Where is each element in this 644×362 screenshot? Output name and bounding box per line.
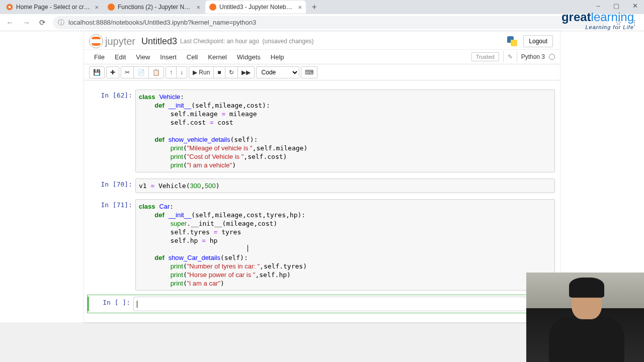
code-cell[interactable]: In [71]: class Car: def __init__(self,mi… <box>87 197 557 293</box>
checkpoint-text: Last Checkpoint: an hour ago (unsaved ch… <box>180 38 314 45</box>
kernel-name[interactable]: Python 3 <box>521 53 545 60</box>
menu-edit[interactable]: Edit <box>110 50 131 64</box>
watermark-logo: greatlearning Learning for Life <box>561 10 634 30</box>
menu-widgets[interactable]: Widgets <box>232 50 266 64</box>
tab-close-icon[interactable]: × <box>95 4 99 11</box>
watermark-word1: great <box>561 10 591 24</box>
close-window-button[interactable]: ✕ <box>629 1 641 11</box>
copy-button[interactable]: 📄 <box>133 66 149 78</box>
url-text: localhost:8888/notebooks/Untitled3.ipynb… <box>68 19 256 26</box>
kernel-indicator-icon[interactable] <box>549 54 555 60</box>
code-cell[interactable]: In [70]: v1 = Vehicle(300,500) <box>87 176 557 195</box>
menu-file[interactable]: File <box>89 50 110 64</box>
new-tab-button[interactable]: + <box>307 3 321 12</box>
menu-cell[interactable]: Cell <box>182 50 203 64</box>
code-cell-selected[interactable]: In [ ]: <box>87 295 557 313</box>
address-bar[interactable]: ⓘ localhost:8888/notebooks/Untitled3.ipy… <box>53 16 608 29</box>
tab-close-icon[interactable]: × <box>298 4 302 11</box>
tab-favicon-icon <box>6 4 13 11</box>
tab-title: Untitled3 - Jupyter Notebook <box>219 4 294 11</box>
jupyter-logo[interactable]: jupyter <box>89 34 135 48</box>
notebook-container: jupyter Untitled3 Last Checkpoint: an ho… <box>84 31 560 322</box>
notebook-body: In [62]: class Vehicle: def __init__(sel… <box>84 80 560 322</box>
site-info-icon[interactable]: ⓘ <box>58 18 64 27</box>
tab-title: Functions (2) - Jupyter Notebook <box>118 4 192 11</box>
maximize-button[interactable]: ▢ <box>610 1 622 11</box>
jupyter-planet-icon <box>89 34 103 48</box>
back-button[interactable]: ← <box>4 16 16 29</box>
browser-tab-2[interactable]: Untitled3 - Jupyter Notebook × <box>205 1 306 14</box>
notebook-header: jupyter Untitled3 Last Checkpoint: an ho… <box>84 31 560 49</box>
cell-input[interactable]: class Car: def __init__(self,mileage,cos… <box>135 199 555 291</box>
toolbar: 💾 ✚ ✂ 📄 📋 ↑ ↓ ▶ Run ■ ↻ ▶▶ Code ⌨ <box>84 64 560 80</box>
browser-tab-1[interactable]: Functions (2) - Jupyter Notebook × <box>104 1 204 14</box>
tab-title: Home Page - Select or create a n <box>16 4 91 11</box>
command-palette-button[interactable]: ⌨ <box>301 66 317 78</box>
python-logo-icon <box>506 35 518 47</box>
cell-prompt: In [ ]: <box>87 297 133 311</box>
reload-button[interactable]: ⟳ <box>37 16 48 29</box>
stop-button[interactable]: ■ <box>213 66 225 78</box>
webcam-overlay <box>526 273 644 362</box>
menu-view[interactable]: View <box>131 50 155 64</box>
menu-help[interactable]: Help <box>266 50 289 64</box>
address-bar-row: ← → ⟳ ⓘ localhost:8888/notebooks/Untitle… <box>0 14 644 31</box>
cell-input[interactable]: class Vehicle: def __init__(self,mileage… <box>135 89 555 172</box>
menu-insert[interactable]: Insert <box>155 50 182 64</box>
tab-bar: Home Page - Select or create a n × Funct… <box>0 0 644 14</box>
code-cell[interactable]: In [62]: class Vehicle: def __init__(sel… <box>87 87 557 174</box>
edit-mode-icon[interactable]: ✎ <box>503 51 517 62</box>
cell-type-select[interactable]: Code <box>256 66 299 78</box>
move-down-button[interactable]: ↓ <box>176 66 187 78</box>
cell-input[interactable]: v1 = Vehicle(300,500) <box>135 178 555 193</box>
watermark-sub: Learning for Life <box>561 24 634 30</box>
restart-run-all-button[interactable]: ▶▶ <box>237 66 255 78</box>
logout-button[interactable]: Logout <box>523 35 553 47</box>
jupyter-logo-text: jupyter <box>105 36 135 47</box>
restart-button[interactable]: ↻ <box>225 66 238 78</box>
save-button[interactable]: 💾 <box>89 66 105 78</box>
browser-tab-0[interactable]: Home Page - Select or create a n × <box>2 1 103 14</box>
cut-button[interactable]: ✂ <box>121 66 134 78</box>
trusted-indicator[interactable]: Trusted <box>471 52 499 61</box>
menu-kernel[interactable]: Kernel <box>203 50 232 64</box>
cell-prompt: In [70]: <box>89 178 135 193</box>
forward-button[interactable]: → <box>21 16 32 29</box>
watermark-word2: learning <box>591 10 634 24</box>
cell-prompt: In [71]: <box>89 199 135 291</box>
move-up-button[interactable]: ↑ <box>166 66 177 78</box>
cell-input[interactable] <box>133 297 555 311</box>
add-cell-button[interactable]: ✚ <box>106 66 119 78</box>
notebook-title[interactable]: Untitled3 <box>141 36 177 47</box>
run-button[interactable]: ▶ Run <box>189 66 214 78</box>
tab-favicon-icon <box>209 4 216 11</box>
window-controls: – ▢ ✕ <box>594 1 641 11</box>
minimize-button[interactable]: – <box>594 1 603 11</box>
cell-prompt: In [62]: <box>89 89 135 172</box>
browser-chrome: Home Page - Select or create a n × Funct… <box>0 0 644 31</box>
paste-button[interactable]: 📋 <box>148 66 164 78</box>
tab-close-icon[interactable]: × <box>196 4 200 11</box>
menubar: File Edit View Insert Cell Kernel Widget… <box>84 49 560 64</box>
tab-favicon-icon <box>108 4 115 11</box>
